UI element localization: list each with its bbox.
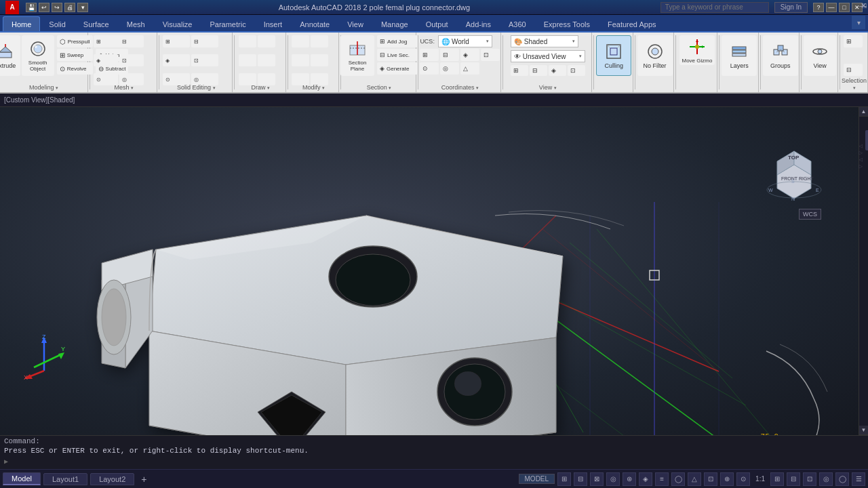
section-small-2[interactable]: ⊟Live Sec. [377,49,418,61]
tab-surface[interactable]: Surface [75,16,118,31]
world-dropdown[interactable]: 🌐 World ▾ [438,35,492,47]
small-btn-1[interactable]: ⬡Presspull [57,35,93,47]
isolate-icon[interactable]: ◯ [835,472,849,486]
ucs-btn-6[interactable]: ◎ [440,62,459,75]
quick-access-more[interactable]: ▾ [77,3,88,12]
small-btn-3[interactable]: ⊙Revolve [57,62,93,75]
tab-addins[interactable]: Add-ins [457,16,500,31]
osnap-icon[interactable]: ⊛ [623,472,636,486]
ortho-icon[interactable]: ⊠ [590,472,604,486]
quick-access-redo[interactable]: ↪ [52,3,62,12]
dynamic-ucs-icon[interactable]: ⊕ [720,472,734,486]
quick-access-plot[interactable]: 🖨 [64,3,75,12]
modify-btn-1[interactable] [292,35,309,47]
ucs-btn-2[interactable]: ⊟ [440,49,459,61]
tab-layout1[interactable]: Layout1 [43,473,87,485]
tab-insert[interactable]: Insert [255,16,292,31]
extrude-button[interactable]: Extrude [0,35,20,76]
polar-icon[interactable]: ◎ [606,472,620,486]
small-btn-2[interactable]: ⊞Sweep [57,49,93,61]
quick-prop-icon[interactable]: ◎ [819,472,833,486]
tab-output[interactable]: Output [417,16,457,31]
mesh-btn-3[interactable]: ◈ [94,54,118,66]
tab-parametric[interactable]: Parametric [201,16,254,31]
view-btn-b[interactable]: ⊟ [530,65,547,76]
tab-manage[interactable]: Manage [372,16,417,31]
view-cube[interactable]: TOP FRONT RIGHT S W N E [764,141,818,195]
tab-annotate[interactable]: Annotate [291,16,338,31]
modify-btn-3[interactable] [292,54,309,66]
tab-featured[interactable]: Featured Apps [599,16,665,31]
section-small-3[interactable]: ◈Generate [377,62,418,75]
lineweight-icon[interactable]: ≡ [655,472,669,486]
ucs-btn-3[interactable]: ◈ [460,49,479,61]
model-space-btn[interactable]: MODEL [519,474,555,484]
minimize-btn[interactable]: — [826,3,837,12]
draw-btn-2[interactable] [258,35,275,47]
customize-icon[interactable]: ☰ [852,472,865,486]
ucs-btn-1[interactable]: ⊞ [420,49,439,61]
shaded-dropdown[interactable]: 🎨 Shaded ▾ [511,35,578,47]
grid-icon[interactable]: ⊞ [557,472,571,486]
ucs-icon-btn[interactable]: △ [460,62,479,75]
3d-osnap-icon[interactable]: ⊡ [704,472,717,486]
tab-layout2[interactable]: Layout2 [90,473,134,485]
command-input[interactable] [11,458,864,466]
smooth-object-button[interactable]: Smooth Object [22,35,54,76]
scrollbar-up[interactable]: ▲ [859,107,869,117]
dynamic-input-icon[interactable]: ⊙ [736,472,750,486]
quick-access-undo[interactable]: ↩ [39,3,50,12]
tab-mesh[interactable]: Mesh [118,16,154,31]
move-gizmo-button[interactable]: Move Gizmo [679,35,715,65]
view-button[interactable]: View [804,35,836,76]
tab-home[interactable]: Home [3,16,40,31]
ribbon-minimize[interactable]: ▾ [852,16,865,29]
units-icon[interactable]: ⊡ [803,472,816,486]
tab-view[interactable]: View [338,16,372,31]
otrack-icon[interactable]: ◈ [639,472,652,486]
ucs-btn-5[interactable]: ⊙ [420,62,439,75]
unsaved-view-dropdown[interactable]: 👁 Unsaved View ▾ [511,50,585,62]
view-btn-a[interactable]: ⊞ [511,65,528,76]
modify-btn-4[interactable] [311,54,328,66]
se-btn-4[interactable]: ⊡ [191,54,218,66]
tab-a360[interactable]: A360 [500,16,535,31]
annotation-scale-icon[interactable]: ⊞ [770,472,784,486]
viewport-close-btn[interactable]: ✕ [861,1,867,10]
scrollbar-thumb[interactable] [865,130,869,150]
quick-access-save[interactable]: 💾 [26,3,37,12]
tab-model[interactable]: Model [3,472,41,485]
se-btn-1[interactable]: ⊞ [163,35,190,47]
tab-solid[interactable]: Solid [40,16,74,31]
section-small-1[interactable]: ⊞Add Jog [377,35,418,47]
sel-btn-2[interactable]: ⊟ [844,64,863,76]
workspace-icon[interactable]: ⊟ [787,472,800,486]
layers-button[interactable]: Layers [722,35,757,76]
se-btn-3[interactable]: ◈ [163,54,190,66]
main-viewport[interactable]: -75.9 5.3 0 8.0 Z [0,107,859,435]
help-btn[interactable]: ? [813,3,824,12]
section-plane-button[interactable]: Section Plane [340,35,374,76]
wcs-indicator[interactable]: WCS [799,209,821,220]
tab-visualize[interactable]: Visualize [154,16,201,31]
draw-btn-1[interactable] [239,35,256,47]
maximize-btn[interactable]: □ [839,3,850,12]
mesh-btn-4[interactable]: ⊡ [119,54,144,66]
ucs-btn-4[interactable]: ⊡ [481,49,500,61]
view-btn-c[interactable]: ◈ [549,65,566,76]
tab-express[interactable]: Express Tools [535,16,599,31]
draw-btn-3[interactable] [239,54,256,66]
view-btn-d[interactable]: ⊡ [568,65,585,76]
groups-button[interactable]: Groups [763,35,798,76]
snap-icon[interactable]: ⊟ [574,472,587,486]
add-layout-btn[interactable]: + [137,472,151,486]
transparency-icon[interactable]: ◯ [671,472,685,486]
viewport-canvas[interactable]: -75.9 5.3 0 8.0 Z [0,107,859,435]
culling-button[interactable]: Culling [596,35,631,76]
mesh-btn-1[interactable]: ⊞ [94,35,118,47]
sign-in-button[interactable]: Sign In [774,2,808,13]
se-btn-2[interactable]: ⊟ [191,35,218,47]
no-filter-button[interactable]: No Filter [637,35,673,76]
modify-btn-2[interactable] [311,35,328,47]
keyword-search[interactable] [660,2,769,13]
